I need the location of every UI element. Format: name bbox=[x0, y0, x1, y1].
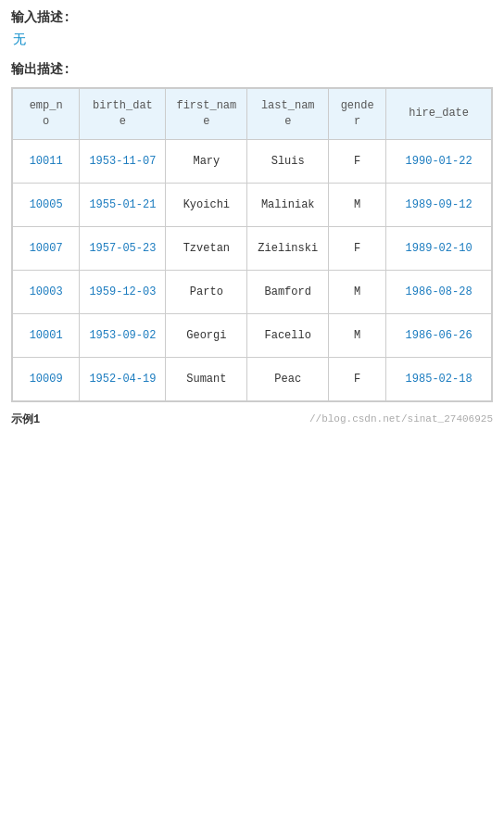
cell-hire_date: 1990-01-22 bbox=[386, 139, 492, 183]
table-header: emp_no birth_date first_name last_name g… bbox=[13, 89, 492, 140]
cell-gender: M bbox=[329, 270, 386, 313]
cell-last_name: Maliniak bbox=[247, 183, 329, 226]
cell-gender: M bbox=[329, 313, 386, 357]
cell-first_name: Parto bbox=[166, 270, 247, 313]
cell-emp_no: 10009 bbox=[13, 357, 80, 400]
page-wrapper: 输入描述: 无 输出描述: emp_no birth_date first_na… bbox=[0, 0, 504, 446]
example-label: 示例1 bbox=[11, 412, 40, 427]
table-row: 100031959-12-03PartoBamfordM1986-08-28 bbox=[13, 270, 492, 313]
output-label: 输出描述: bbox=[11, 61, 493, 78]
cell-emp_no: 10001 bbox=[13, 313, 80, 357]
table-row: 100051955-01-21KyoichiMaliniakM1989-09-1… bbox=[13, 183, 492, 226]
col-header-empno: emp_no bbox=[13, 89, 80, 140]
cell-emp_no: 10005 bbox=[13, 183, 80, 226]
cell-hire_date: 1989-09-12 bbox=[386, 183, 492, 226]
table-row: 100011953-09-02GeorgiFacelloM1986-06-26 bbox=[13, 313, 492, 357]
input-label: 输入描述: bbox=[11, 9, 493, 26]
cell-hire_date: 1985-02-18 bbox=[386, 357, 492, 400]
col-header-gender: gender bbox=[329, 89, 386, 140]
cell-emp_no: 10007 bbox=[13, 226, 80, 270]
cell-birth_date: 1953-11-07 bbox=[80, 139, 166, 183]
table-row: 100071957-05-23TzvetanZielinskiF1989-02-… bbox=[13, 226, 492, 270]
cell-birth_date: 1952-04-19 bbox=[80, 357, 166, 400]
cell-first_name: Sumant bbox=[166, 357, 247, 400]
col-header-birthdate: birth_date bbox=[80, 89, 166, 140]
table-row: 100091952-04-19SumantPeacF1985-02-18 bbox=[13, 357, 492, 400]
cell-first_name: Kyoichi bbox=[166, 183, 247, 226]
col-header-hiredate: hire_date bbox=[386, 89, 492, 140]
cell-first_name: Mary bbox=[166, 139, 247, 183]
cell-birth_date: 1959-12-03 bbox=[80, 270, 166, 313]
input-value: 无 bbox=[11, 32, 493, 48]
cell-last_name: Peac bbox=[247, 357, 329, 400]
table-container: emp_no birth_date first_name last_name g… bbox=[11, 87, 493, 402]
cell-hire_date: 1986-06-26 bbox=[386, 313, 492, 357]
table-row: 100111953-11-07MarySluisF1990-01-22 bbox=[13, 139, 492, 183]
cell-gender: F bbox=[329, 139, 386, 183]
cell-birth_date: 1955-01-21 bbox=[80, 183, 166, 226]
col-header-firstname: first_name bbox=[166, 89, 247, 140]
cell-emp_no: 10011 bbox=[13, 139, 80, 183]
cell-emp_no: 10003 bbox=[13, 270, 80, 313]
cell-last_name: Zielinski bbox=[247, 226, 329, 270]
cell-birth_date: 1953-09-02 bbox=[80, 313, 166, 357]
cell-hire_date: 1989-02-10 bbox=[386, 226, 492, 270]
footer: 示例1 //blog.csdn.net/sinat_27406925 bbox=[11, 412, 493, 427]
data-table: emp_no birth_date first_name last_name g… bbox=[12, 88, 492, 401]
cell-hire_date: 1986-08-28 bbox=[386, 270, 492, 313]
cell-birth_date: 1957-05-23 bbox=[80, 226, 166, 270]
footer-url: //blog.csdn.net/sinat_27406925 bbox=[309, 413, 493, 425]
table-body: 100111953-11-07MarySluisF1990-01-2210005… bbox=[13, 139, 492, 400]
col-header-lastname: last_name bbox=[247, 89, 329, 140]
cell-gender: F bbox=[329, 226, 386, 270]
cell-last_name: Bamford bbox=[247, 270, 329, 313]
cell-gender: M bbox=[329, 183, 386, 226]
cell-last_name: Facello bbox=[247, 313, 329, 357]
cell-first_name: Georgi bbox=[166, 313, 247, 357]
cell-first_name: Tzvetan bbox=[166, 226, 247, 270]
cell-last_name: Sluis bbox=[247, 139, 329, 183]
cell-gender: F bbox=[329, 357, 386, 400]
